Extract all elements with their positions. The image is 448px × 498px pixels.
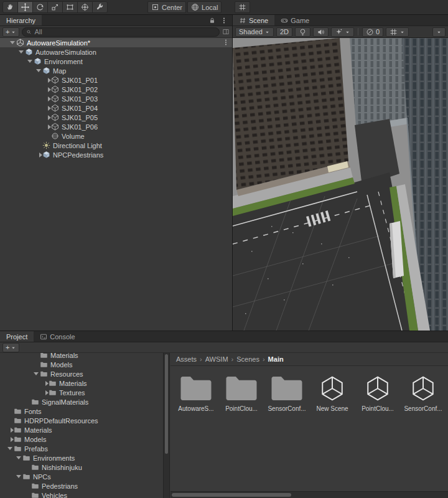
project-folder-prefabs[interactable]: Prefabs — [0, 444, 163, 453]
project-folder-hdrpdefaultresources[interactable]: HDRPDefaultResources — [0, 416, 163, 425]
hierarchy-menu-icon[interactable] — [220, 17, 228, 24]
expand-arrow[interactable] — [44, 87, 51, 92]
tab-label: Hierarchy — [6, 17, 35, 24]
gizmos-dropdown[interactable] — [432, 27, 446, 37]
hierarchy-item-directional-light[interactable]: Directional Light — [0, 141, 232, 150]
expand-arrow[interactable] — [6, 437, 14, 442]
orientation-button[interactable]: Local — [187, 1, 222, 13]
hierarchy-item-environment[interactable]: Environment — [0, 57, 232, 66]
project-folder-textures[interactable]: Textures — [0, 388, 163, 397]
project-tree-scrollbar[interactable] — [163, 353, 170, 498]
project-folder-materials[interactable]: Materials — [0, 425, 163, 435]
hierarchy-item-sjk01-p05[interactable]: SJK01_P05 — [0, 113, 232, 122]
expand-arrow[interactable] — [44, 125, 51, 129]
project-folder-vehicles[interactable]: Vehicles — [0, 491, 163, 498]
expand-arrow[interactable] — [26, 60, 34, 63]
rect-tool-button[interactable] — [62, 1, 78, 13]
scene-audio-button[interactable] — [313, 27, 329, 37]
breadcrumb-awsim[interactable]: AWSIM — [205, 355, 228, 363]
search-window-icon[interactable] — [222, 28, 230, 35]
expand-arrow[interactable] — [6, 428, 14, 433]
breadcrumb-scenes[interactable]: Scenes — [236, 355, 259, 363]
asset-pointclou[interactable]: PointClou... — [223, 374, 259, 412]
breadcrumb-main[interactable]: Main — [268, 355, 284, 363]
asset-sensorconf[interactable]: SensorConf... — [269, 374, 305, 412]
breadcrumb-assets[interactable]: Assets — [176, 355, 197, 363]
transform-tool-button[interactable] — [77, 1, 93, 13]
scale-tool-button[interactable] — [47, 1, 63, 13]
hierarchy-search-input[interactable]: All — [22, 27, 220, 37]
hierarchy-item-sjk01-p01[interactable]: SJK01_P01 — [0, 75, 232, 85]
scrollbar-thumb[interactable] — [172, 493, 291, 497]
expand-arrow[interactable] — [32, 372, 40, 375]
scrollbar-thumb[interactable] — [165, 354, 168, 454]
expand-arrow[interactable] — [44, 96, 51, 101]
scene-viewport[interactable] — [233, 38, 448, 331]
project-folder-materials[interactable]: Materials — [0, 353, 163, 360]
expand-arrow[interactable] — [15, 475, 22, 478]
hierarchy-item-volume[interactable]: Volume — [0, 131, 232, 141]
hierarchy-item-autowaresimulation[interactable]: AutowareSimulation* — [0, 38, 232, 47]
hand-tool-button[interactable] — [2, 1, 18, 13]
2d-toggle-button[interactable]: 2D — [276, 27, 292, 37]
custom-tools-button[interactable] — [92, 1, 108, 13]
expand-arrow[interactable] — [17, 50, 25, 54]
tab-console[interactable]: Console — [34, 331, 81, 342]
hierarchy-item-sjk01-p03[interactable]: SJK01_P03 — [0, 94, 232, 103]
expand-arrow[interactable] — [44, 78, 51, 83]
hierarchy-item-npcpedestrians[interactable]: NPCPedestrians — [0, 150, 232, 159]
expand-arrow[interactable] — [44, 106, 51, 111]
pivot-controls: Center Local — [147, 1, 222, 13]
asset-autowares[interactable]: AutowareS... — [178, 374, 214, 412]
project-folder-pedestrians[interactable]: Pedestrians — [0, 481, 163, 491]
asset-sensorconf[interactable]: SensorConf... — [405, 374, 441, 412]
project-folder-resources[interactable]: Resources — [0, 369, 163, 378]
asset-new-scene[interactable]: New Scene — [314, 374, 350, 412]
expand-arrow[interactable] — [35, 153, 42, 157]
caret-down-icon — [11, 345, 16, 350]
expand-arrow[interactable] — [15, 456, 22, 459]
pivot-mode-button[interactable]: Center — [147, 1, 186, 13]
tab-scene[interactable]: Scene — [233, 15, 274, 26]
project-folder-signalmaterials[interactable]: SignalMaterials — [0, 397, 163, 406]
gamepad-icon — [281, 17, 288, 24]
project-folder-npcs[interactable]: NPCs — [0, 472, 163, 481]
expand-arrow[interactable] — [9, 41, 16, 44]
hexagon-icon — [51, 76, 59, 84]
expand-arrow[interactable] — [41, 381, 49, 386]
project-folder-materials[interactable]: Materials — [0, 378, 163, 388]
draw-mode-dropdown[interactable]: Shaded — [235, 27, 274, 37]
tab-hierarchy[interactable]: Hierarchy — [0, 15, 42, 26]
create-object-button[interactable]: + — [2, 27, 19, 37]
project-folder-nishishinjuku[interactable]: Nishishinjuku — [0, 463, 163, 472]
hierarchy-item-autowaresimulation[interactable]: AutowareSimulation — [0, 47, 232, 57]
grid-visibility-dropdown[interactable] — [386, 27, 409, 37]
hierarchy-item-sjk01-p06[interactable]: SJK01_P06 — [0, 122, 232, 131]
move-tool-button[interactable] — [17, 1, 33, 13]
project-folder-fonts[interactable]: Fonts — [0, 406, 163, 416]
hierarchy-item-map[interactable]: Map — [0, 66, 232, 75]
item-menu-button[interactable] — [222, 39, 230, 47]
tab-game[interactable]: Game — [274, 15, 315, 26]
hierarchy-item-sjk01-p04[interactable]: SJK01_P04 — [0, 103, 232, 113]
expand-arrow[interactable] — [41, 390, 49, 395]
grid-snap-button[interactable] — [235, 1, 250, 13]
rotate-tool-button[interactable] — [32, 1, 48, 13]
tab-project[interactable]: Project — [0, 331, 34, 342]
expand-arrow[interactable] — [44, 115, 51, 120]
expand-arrow[interactable] — [35, 69, 42, 72]
assets-horizontal-scrollbar[interactable] — [170, 491, 448, 498]
project-create-button[interactable]: + — [2, 343, 19, 352]
scene-visibility-button[interactable]: 0 — [362, 27, 383, 37]
project-folder-models[interactable]: Models — [0, 435, 163, 444]
expand-arrow[interactable] — [6, 447, 14, 450]
item-label: Environment — [44, 58, 83, 65]
project-folder-environments[interactable]: Environments — [0, 453, 163, 463]
scene-effects-dropdown[interactable] — [331, 27, 354, 37]
project-folder-models[interactable]: Models — [0, 360, 163, 369]
hierarchy-item-sjk01-p02[interactable]: SJK01_P02 — [0, 85, 232, 94]
rotate-icon — [36, 3, 44, 11]
scene-lighting-button[interactable] — [295, 27, 310, 37]
lock-icon[interactable] — [208, 17, 216, 24]
asset-pointclou[interactable]: PointClou... — [360, 374, 396, 412]
